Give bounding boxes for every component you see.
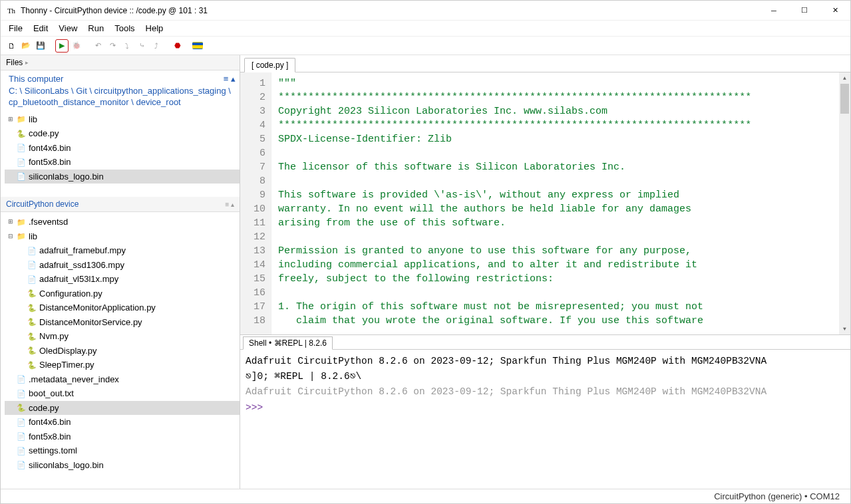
this-computer-label[interactable]: This computer≡ ▴ C: \ SiliconLabs \ Git … — [5, 73, 240, 112]
minimize-button[interactable]: ─ — [759, 1, 789, 21]
file-font5x8.bin[interactable]: 📄font5x8.bin — [5, 155, 240, 170]
file-siliconlabs_logo.bin[interactable]: 📄siliconlabs_logo.bin — [5, 170, 240, 184]
new-file-button[interactable]: 🗋 — [5, 39, 18, 53]
menu-edit[interactable]: Edit — [28, 21, 53, 35]
menu-help[interactable]: Help — [140, 21, 169, 35]
file-code.py[interactable]: 🐍code.py — [5, 126, 240, 141]
menu-tools[interactable]: Tools — [109, 21, 140, 35]
file-adafruit_framebuf.mpy[interactable]: 📄adafruit_framebuf.mpy — [5, 243, 240, 258]
file-OledDisplay.py[interactable]: 🐍OledDisplay.py — [5, 344, 240, 358]
statusbar[interactable]: CircuitPython (generic) • COM12 — [1, 489, 850, 503]
toolbar: 🗋 📂 💾 ▶ 🐞 ↶ ↷ ⤵ ⤷ ⤴ ⬣ — [1, 37, 850, 55]
close-button[interactable]: ✕ — [820, 1, 850, 21]
file-font4x6.bin[interactable]: 📄font4x6.bin — [5, 415, 240, 430]
file-.fseventsd[interactable]: ⊞📁.fseventsd — [5, 215, 240, 229]
file-code.py[interactable]: 🐍code.py — [5, 401, 240, 416]
file-lib[interactable]: ⊞📁lib — [5, 112, 240, 127]
files-sidebar: Files▸ This computer≡ ▴ C: \ SiliconLabs… — [1, 55, 240, 489]
step-over-button[interactable]: ⤵ — [120, 39, 134, 53]
ukraine-flag-icon[interactable] — [192, 42, 203, 49]
editor-area: [ code.py ] 123456789101112131415161718 … — [240, 55, 850, 489]
step-into-button[interactable]: ⤷ — [135, 39, 148, 53]
editor-tab-code[interactable]: [ code.py ] — [244, 58, 295, 72]
menubar: File Edit View Run Tools Help — [1, 21, 850, 37]
file-font5x8.bin[interactable]: 📄font5x8.bin — [5, 430, 240, 444]
file-.metadata_never_index[interactable]: 📄.metadata_never_index — [5, 372, 240, 387]
shell-output[interactable]: Adafruit CircuitPython 8.2.6 on 2023-09-… — [240, 350, 850, 489]
menu-run[interactable]: Run — [83, 21, 109, 35]
debug-button[interactable]: 🐞 — [70, 39, 83, 53]
app-icon: Th — [6, 5, 17, 16]
device-panel-header[interactable]: CircuitPython device ≡ ▴ — [1, 197, 240, 212]
file-DistanceMonitorService.py[interactable]: 🐍DistanceMonitorService.py — [5, 315, 240, 330]
editor-scrollbar[interactable]: ▲ ▼ — [839, 72, 850, 334]
titlebar: Th Thonny - CircuitPython device :: /cod… — [1, 1, 850, 21]
maximize-button[interactable]: ☐ — [789, 1, 820, 21]
step-out-button[interactable]: ⤴ — [150, 39, 163, 53]
shell-tab[interactable]: Shell • ⌘REPL | 8.2.6 — [243, 336, 333, 350]
run-button[interactable]: ▶ — [55, 39, 69, 53]
file-lib[interactable]: ⊟📁lib — [5, 229, 240, 244]
title-text: Thonny - CircuitPython device :: /code.p… — [21, 6, 759, 15]
file-boot_out.txt[interactable]: 📄boot_out.txt — [5, 386, 240, 401]
file-adafruit_ssd1306.mpy[interactable]: 📄adafruit_ssd1306.mpy — [5, 258, 240, 273]
file-Nvm.py[interactable]: 🐍Nvm.py — [5, 329, 240, 344]
menu-file[interactable]: File — [3, 21, 28, 35]
file-Configuration.py[interactable]: 🐍Configuration.py — [5, 287, 240, 301]
undo-button[interactable]: ↶ — [91, 39, 104, 53]
files-panel-header[interactable]: Files▸ — [1, 55, 240, 70]
file-DistanceMonitorApplication.py[interactable]: 🐍DistanceMonitorApplication.py — [5, 301, 240, 315]
file-siliconlabs_logo.bin[interactable]: 📄siliconlabs_logo.bin — [5, 458, 240, 473]
path-breadcrumb[interactable]: C: \ SiliconLabs \ Git \ circuitpython_a… — [9, 86, 231, 108]
menu-view[interactable]: View — [53, 21, 83, 35]
file-settings.toml[interactable]: 📄settings.toml — [5, 443, 240, 458]
line-gutter: 123456789101112131415161718 — [240, 72, 271, 334]
redo-button[interactable]: ↷ — [106, 39, 119, 53]
file-SleepTimer.py[interactable]: 🐍SleepTimer.py — [5, 358, 240, 372]
file-adafruit_vl53l1x.mpy[interactable]: 📄adafruit_vl53l1x.mpy — [5, 272, 240, 287]
save-file-button[interactable]: 💾 — [34, 39, 47, 53]
stop-button[interactable]: ⬣ — [171, 39, 184, 53]
file-font4x6.bin[interactable]: 📄font4x6.bin — [5, 141, 240, 156]
code-text[interactable]: """*************************************… — [271, 72, 839, 334]
open-file-button[interactable]: 📂 — [19, 39, 33, 53]
